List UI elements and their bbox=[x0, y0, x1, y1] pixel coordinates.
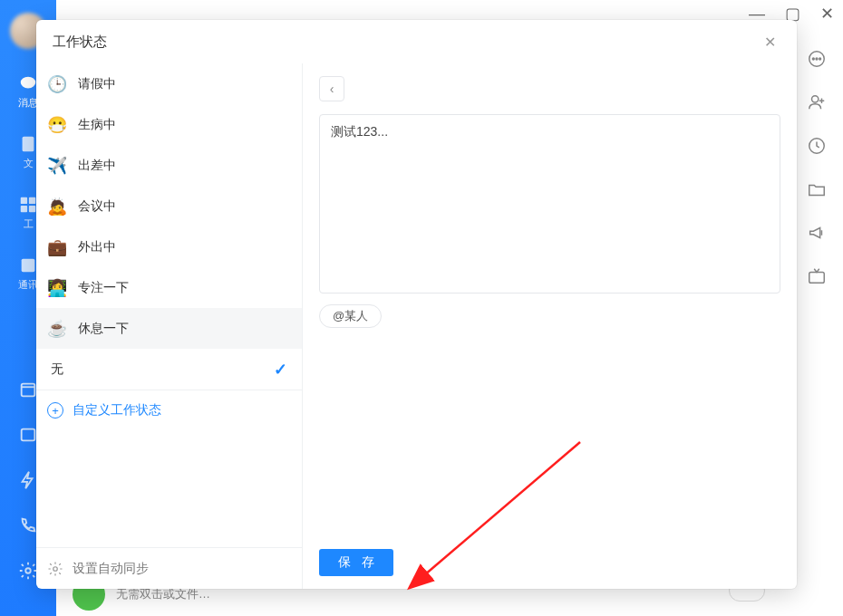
status-emoji-icon: 🙇 bbox=[47, 197, 67, 217]
status-emoji-icon: 👩‍💻 bbox=[47, 278, 67, 298]
mention-chip[interactable]: @某人 bbox=[319, 304, 382, 328]
work-status-modal: 工作状态 ✕ 🕒请假中😷生病中✈️出差中🙇会议中💼外出中👩‍💻专注一下☕休息一下… bbox=[36, 20, 797, 589]
svg-rect-1 bbox=[23, 137, 34, 152]
folder-icon[interactable] bbox=[807, 179, 827, 199]
status-item[interactable]: 👩‍💻专注一下 bbox=[36, 267, 302, 308]
modal-header: 工作状态 ✕ bbox=[36, 20, 797, 63]
status-label: 出差中 bbox=[78, 158, 291, 174]
status-label: 休息一下 bbox=[78, 321, 291, 337]
status-item[interactable]: 🕒请假中 bbox=[36, 63, 302, 104]
status-item[interactable]: ☕休息一下 bbox=[36, 308, 302, 349]
status-emoji-icon: ✈️ bbox=[47, 156, 67, 176]
status-item[interactable]: 💼外出中 bbox=[36, 226, 302, 267]
sidebar-label: 工 bbox=[24, 217, 34, 231]
save-button[interactable]: 保 存 bbox=[319, 549, 393, 576]
auto-sync-label: 设置自动同步 bbox=[73, 561, 149, 577]
status-textarea[interactable] bbox=[319, 114, 780, 294]
status-emoji-icon: ☕ bbox=[47, 319, 67, 339]
plus-icon: + bbox=[47, 402, 63, 419]
status-label: 生病中 bbox=[78, 117, 291, 133]
status-label: 无 bbox=[51, 361, 263, 378]
back-button[interactable]: ‹ bbox=[319, 76, 344, 101]
gear-icon bbox=[47, 561, 63, 577]
svg-point-14 bbox=[812, 96, 819, 102]
status-label: 会议中 bbox=[78, 198, 291, 215]
status-list: 🕒请假中😷生病中✈️出差中🙇会议中💼外出中👩‍💻专注一下☕休息一下无✓+自定义工… bbox=[36, 63, 302, 547]
svg-rect-6 bbox=[22, 259, 35, 273]
custom-status-button[interactable]: +自定义工作状态 bbox=[36, 390, 302, 430]
modal-close-button[interactable]: ✕ bbox=[759, 31, 780, 53]
custom-status-label: 自定义工作状态 bbox=[73, 402, 161, 419]
svg-rect-2 bbox=[21, 197, 27, 204]
status-label: 外出中 bbox=[78, 239, 291, 255]
status-item[interactable]: 😷生病中 bbox=[36, 104, 302, 145]
svg-rect-7 bbox=[22, 384, 35, 397]
more-icon[interactable] bbox=[807, 49, 827, 69]
svg-point-13 bbox=[819, 58, 821, 60]
tv-icon[interactable] bbox=[807, 266, 827, 286]
megaphone-icon[interactable] bbox=[807, 223, 827, 243]
sidebar-label: 消息 bbox=[18, 96, 38, 110]
svg-point-11 bbox=[812, 58, 814, 60]
svg-rect-16 bbox=[809, 272, 825, 283]
add-user-icon[interactable] bbox=[807, 92, 827, 112]
svg-point-17 bbox=[53, 566, 58, 571]
check-icon: ✓ bbox=[274, 360, 287, 380]
sidebar-label: 通讯 bbox=[18, 278, 38, 292]
status-label: 请假中 bbox=[78, 76, 291, 92]
svg-rect-4 bbox=[21, 206, 27, 212]
svg-point-9 bbox=[25, 568, 31, 573]
status-item[interactable]: ✈️出差中 bbox=[36, 145, 302, 186]
svg-rect-5 bbox=[29, 206, 35, 212]
auto-sync-settings[interactable]: 设置自动同步 bbox=[36, 547, 302, 589]
svg-point-12 bbox=[816, 58, 818, 60]
status-emoji-icon: 🕒 bbox=[47, 74, 67, 94]
modal-title: 工作状态 bbox=[53, 34, 107, 51]
sidebar-label: 文 bbox=[24, 157, 34, 170]
status-label: 专注一下 bbox=[78, 280, 291, 296]
clock-icon[interactable] bbox=[807, 136, 827, 156]
close-window-button[interactable]: ✕ bbox=[820, 5, 834, 22]
svg-point-0 bbox=[21, 77, 36, 89]
svg-rect-3 bbox=[29, 197, 35, 204]
status-item-none[interactable]: 无✓ bbox=[36, 349, 302, 390]
status-list-panel: 🕒请假中😷生病中✈️出差中🙇会议中💼外出中👩‍💻专注一下☕休息一下无✓+自定义工… bbox=[36, 63, 303, 589]
status-item[interactable]: 🙇会议中 bbox=[36, 186, 302, 226]
svg-rect-8 bbox=[22, 429, 35, 441]
status-edit-panel: ‹ @某人 保 存 bbox=[303, 63, 797, 589]
status-emoji-icon: 💼 bbox=[47, 237, 67, 257]
status-emoji-icon: 😷 bbox=[47, 115, 67, 135]
right-toolbar bbox=[807, 49, 827, 286]
